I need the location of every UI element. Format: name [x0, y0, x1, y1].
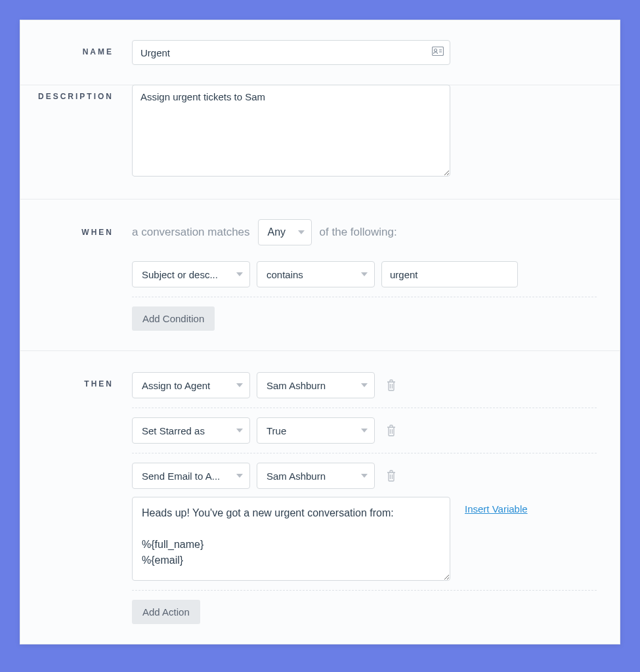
action-type-value: Set Starred as [142, 425, 231, 436]
add-condition-button[interactable]: Add Condition [132, 306, 215, 331]
action-row: Send Email to A... Sam Ashburn [132, 463, 597, 489]
delete-action-button[interactable] [385, 469, 397, 482]
action-value-text: Sam Ashburn [267, 380, 356, 391]
chevron-down-icon [361, 272, 368, 276]
divider [132, 297, 597, 297]
action-value-text: True [267, 425, 356, 436]
email-body-textarea[interactable] [132, 497, 450, 581]
chevron-down-icon [236, 383, 243, 387]
name-label-col: NAME [20, 40, 132, 65]
action-value-select[interactable]: Sam Ashburn [257, 463, 375, 489]
description-label: DESCRIPTION [38, 92, 114, 101]
match-mode-value: Any [268, 226, 286, 238]
divider [132, 590, 597, 591]
when-label: WHEN [81, 228, 114, 237]
action-value-text: Sam Ashburn [267, 471, 356, 482]
description-label-col: DESCRIPTION [20, 85, 132, 179]
action-type-select[interactable]: Set Starred as [132, 417, 250, 444]
chevron-down-icon [361, 474, 368, 478]
conditions-list: Subject or desc... contains Add Conditio… [132, 261, 597, 331]
name-label: NAME [83, 47, 114, 56]
when-sentence: a conversation matches Any of the follow… [132, 219, 397, 245]
action-type-select[interactable]: Assign to Agent [132, 372, 250, 398]
chevron-down-icon [236, 429, 243, 432]
insert-variable-link[interactable]: Insert Variable [465, 503, 528, 514]
chevron-down-icon [236, 474, 243, 478]
condition-operator-value: contains [267, 269, 356, 280]
rule-form-panel: NAME DESCRIPTION WHEN a conversation mat… [20, 20, 620, 644]
when-suffix-text: of the following: [320, 226, 397, 239]
delete-action-button[interactable] [385, 424, 397, 437]
action-row: Set Starred as True [132, 417, 597, 444]
chevron-down-icon [361, 429, 368, 432]
chevron-down-icon [236, 272, 243, 276]
divider [132, 408, 597, 408]
condition-row: Subject or desc... contains [132, 261, 597, 287]
email-body-row: Insert Variable [132, 489, 597, 581]
when-section: WHEN a conversation matches Any of the f… [20, 200, 620, 351]
then-label-col: THEN [20, 371, 132, 624]
when-prefix-text: a conversation matches [132, 226, 250, 239]
action-type-select[interactable]: Send Email to A... [132, 463, 250, 489]
description-textarea[interactable] [132, 85, 450, 177]
action-row: Assign to Agent Sam Ashburn [132, 372, 597, 398]
name-input[interactable] [132, 40, 450, 65]
add-action-button[interactable]: Add Action [132, 600, 200, 624]
then-section: THEN Assign to Agent Sam Ashburn [20, 351, 620, 644]
condition-value-input[interactable] [381, 261, 518, 287]
action-type-value: Send Email to A... [142, 471, 231, 482]
when-label-col: WHEN [20, 219, 132, 331]
action-value-select[interactable]: Sam Ashburn [257, 372, 375, 398]
match-mode-select[interactable]: Any [258, 219, 312, 245]
delete-action-button[interactable] [385, 379, 397, 392]
condition-field-select[interactable]: Subject or desc... [132, 261, 250, 287]
description-section: DESCRIPTION [20, 65, 620, 200]
chevron-down-icon [298, 230, 305, 234]
name-content [132, 40, 597, 65]
then-content: Assign to Agent Sam Ashburn Set Starred … [132, 371, 597, 624]
when-content: a conversation matches Any of the follow… [132, 219, 597, 331]
then-label: THEN [84, 379, 114, 388]
action-type-value: Assign to Agent [142, 380, 231, 391]
condition-field-value: Subject or desc... [142, 269, 231, 280]
condition-operator-select[interactable]: contains [257, 261, 375, 287]
action-value-select[interactable]: True [257, 417, 375, 444]
divider [132, 453, 597, 453]
description-content [132, 85, 597, 179]
chevron-down-icon [361, 383, 368, 387]
